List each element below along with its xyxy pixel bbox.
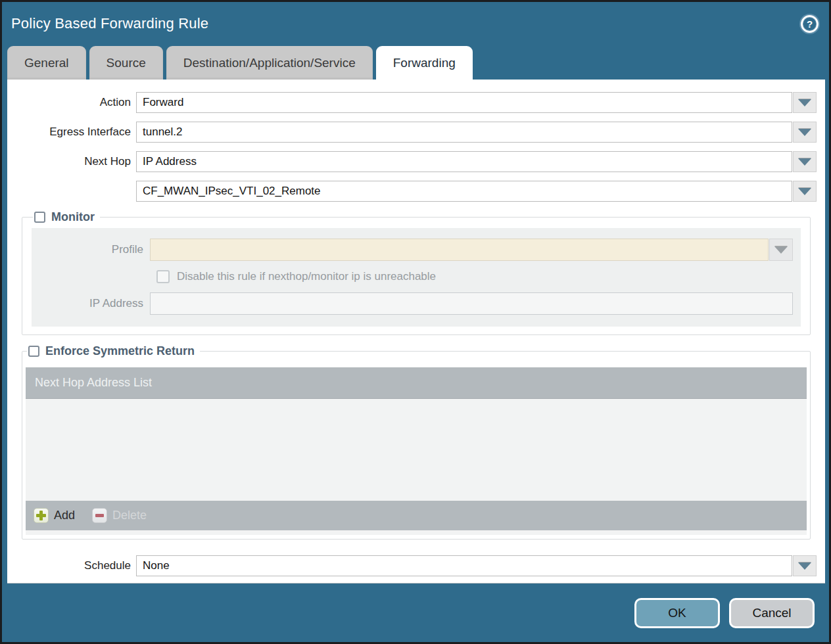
plus-icon [34,508,49,523]
profile-row: Profile [39,239,793,261]
add-button[interactable]: Add [34,508,75,523]
egress-interface-row: Egress Interface tunnel.2 [7,122,825,143]
dialog-footer: OK Cancel [2,584,829,642]
next-hop-type-dropdown: IP Address [136,151,817,172]
next-hop-address-table: Next Hop Address List Add Delete [26,367,807,535]
table-bottom-strip [26,530,807,535]
monitor-title: Monitor [51,210,95,224]
delete-button-label: Delete [112,509,147,522]
chevron-down-icon [798,188,811,195]
next-hop-address-dropdown: CF_MWAN_IPsec_VTI_02_Remote [136,181,817,202]
pbf-rule-dialog: Policy Based Forwarding Rule ? General S… [0,0,831,644]
schedule-value[interactable]: None [136,555,792,576]
add-button-label: Add [54,509,75,522]
chevron-down-icon [798,158,811,166]
next-hop-address-list-header: Next Hop Address List [26,367,807,399]
tab-source[interactable]: Source [89,46,163,80]
next-hop-type-value[interactable]: IP Address [136,151,792,172]
egress-interface-dropdown-button[interactable] [793,122,817,143]
help-icon[interactable]: ? [801,15,819,33]
next-hop-row: Next Hop IP Address [7,151,825,172]
next-hop-address-list-body[interactable] [26,399,807,501]
schedule-label: Schedule [7,559,136,572]
minus-icon [92,508,107,523]
disable-rule-label: Disable this rule if nexthop/monitor ip … [177,270,436,283]
delete-button[interactable]: Delete [92,508,147,523]
chevron-down-icon [798,99,811,106]
action-row: Action Forward [7,92,825,113]
disable-rule-checkbox[interactable] [156,270,170,283]
egress-interface-dropdown: tunnel.2 [136,122,817,143]
next-hop-label: Next Hop [7,155,136,168]
cancel-button[interactable]: Cancel [729,598,815,628]
action-dropdown-button[interactable] [793,92,817,113]
monitor-panel: Profile Disable this rule if nexthop/mon… [32,228,801,327]
tab-bar: General Source Destination/Application/S… [2,45,829,80]
forwarding-tab-panel: Action Forward Egress Interface tunnel.2… [7,80,825,584]
enforce-legend: Enforce Symmetric Return [27,344,200,358]
monitor-ip-field-wrap [150,292,793,315]
tab-general[interactable]: General [7,46,86,80]
chevron-down-icon [774,246,788,254]
next-hop-address-value[interactable]: CF_MWAN_IPsec_VTI_02_Remote [136,181,792,202]
profile-value[interactable] [150,239,769,261]
enforce-symmetric-return-section: Enforce Symmetric Return Next Hop Addres… [22,344,811,540]
profile-dropdown [150,239,793,261]
schedule-row: Schedule None [7,555,825,576]
table-toolbar: Add Delete [26,501,807,530]
chevron-down-icon [798,563,811,570]
monitor-legend: Monitor [33,210,100,224]
next-hop-dropdown-button[interactable] [793,151,817,172]
monitor-ip-row: IP Address [39,292,793,315]
egress-interface-value[interactable]: tunnel.2 [136,122,792,143]
profile-label: Profile [39,243,150,256]
next-hop-address-dropdown-button[interactable] [793,181,817,202]
schedule-dropdown-button[interactable] [793,555,817,576]
action-label: Action [7,96,136,109]
dialog-titlebar: Policy Based Forwarding Rule ? [2,2,829,45]
egress-interface-label: Egress Interface [7,126,136,139]
tab-destination-application-service[interactable]: Destination/Application/Service [166,46,373,80]
disable-rule-row: Disable this rule if nexthop/monitor ip … [156,270,793,283]
monitor-checkbox[interactable] [34,212,45,223]
ok-button[interactable]: OK [634,598,720,628]
monitor-section: Monitor Profile Disable this rule if nex… [22,210,811,335]
schedule-dropdown: None [136,555,817,576]
profile-dropdown-button[interactable] [769,239,793,261]
next-hop-address-row: CF_MWAN_IPsec_VTI_02_Remote [7,181,825,202]
tab-forwarding[interactable]: Forwarding [376,46,473,80]
action-dropdown: Forward [136,92,817,113]
monitor-ip-label: IP Address [39,297,150,310]
enforce-symmetric-return-title: Enforce Symmetric Return [45,344,195,358]
action-value[interactable]: Forward [136,92,792,113]
enforce-symmetric-return-checkbox[interactable] [28,346,39,357]
dialog-title: Policy Based Forwarding Rule [11,15,208,32]
monitor-ip-input[interactable] [150,292,793,315]
chevron-down-icon [798,129,811,136]
